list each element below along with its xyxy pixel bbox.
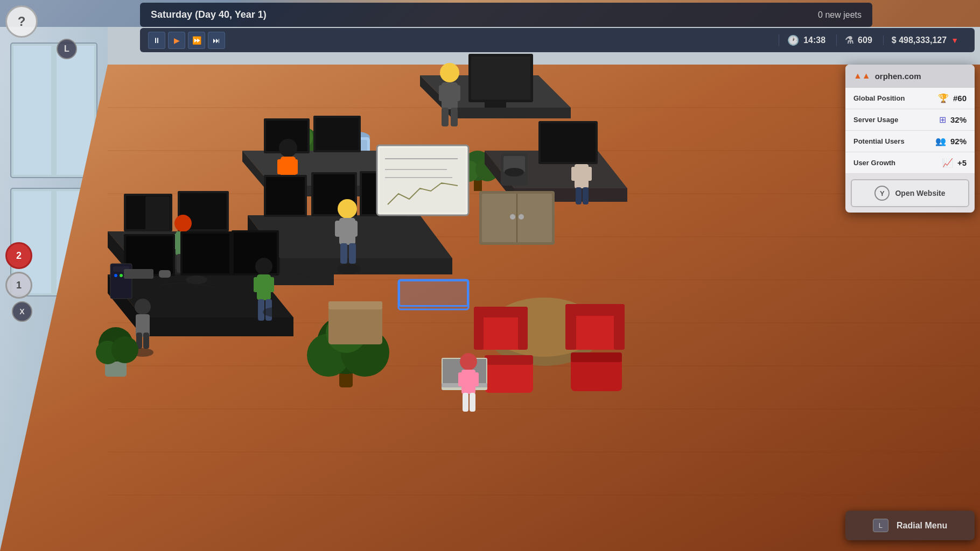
server-usage-row: Server Usage ⊞ 32% xyxy=(845,109,975,131)
svg-point-163 xyxy=(120,274,123,277)
fast-forward-icon: ⏩ xyxy=(192,36,201,45)
user-growth-row: User Growth 📈 +5 xyxy=(845,152,975,174)
help-icon: ? xyxy=(18,14,26,29)
pause-icon: ⏸ xyxy=(153,36,160,45)
svg-rect-80 xyxy=(266,177,305,215)
svg-rect-125 xyxy=(541,123,596,162)
date-text: Saturday (Day 40, Year 1) xyxy=(151,9,818,20)
skip-icon: ⏭ xyxy=(213,36,220,45)
svg-marker-21 xyxy=(452,108,571,118)
clock-icon: 🕐 xyxy=(787,34,799,46)
fast-forward-button[interactable]: ⏩ xyxy=(188,32,205,49)
svg-rect-139 xyxy=(518,307,528,350)
svg-rect-73 xyxy=(292,159,298,174)
svg-rect-122 xyxy=(576,187,582,204)
side-button-1[interactable]: 1 xyxy=(5,272,32,299)
stats-panel: ▲▲ orphen.com Global Position 🏆 #60 Serv… xyxy=(845,65,975,213)
selection-box xyxy=(398,280,468,307)
svg-rect-30 xyxy=(451,108,458,126)
money-value: $ 498,333,127 xyxy=(892,36,947,45)
side-btn-x-label: X xyxy=(19,307,24,316)
user-growth-value: +5 xyxy=(957,158,967,167)
site-name: orphen.com xyxy=(875,72,921,81)
svg-point-106 xyxy=(135,299,151,315)
svg-rect-87 xyxy=(335,221,341,237)
potential-users-value: 92% xyxy=(950,137,967,146)
user-growth-label: User Growth xyxy=(853,159,942,167)
svg-rect-27 xyxy=(439,85,445,101)
svg-rect-165 xyxy=(159,270,171,278)
side-btn-2-label: 2 xyxy=(16,250,22,262)
global-position-label: Global Position xyxy=(853,94,938,102)
play-button[interactable]: ▶ xyxy=(168,32,185,49)
svg-point-85 xyxy=(338,199,357,218)
side-button-x[interactable]: X xyxy=(12,301,32,322)
l-button[interactable]: L xyxy=(57,39,77,59)
money-stat: $ 498,333,127 ▼ xyxy=(883,36,967,45)
svg-rect-2 xyxy=(13,46,51,175)
svg-rect-156 xyxy=(470,393,475,412)
new-jeets-label: 0 new jeets xyxy=(818,10,862,20)
potential-users-row: Potential Users 👥 92% xyxy=(845,131,975,152)
radial-menu-button[interactable]: L Radial Menu xyxy=(845,511,975,540)
svg-rect-97 xyxy=(183,234,229,273)
svg-rect-56 xyxy=(145,196,170,231)
svg-rect-23 xyxy=(471,56,530,100)
y-button-indicator: Y xyxy=(874,186,890,201)
help-button[interactable]: ? xyxy=(5,5,38,38)
controls-bar: ⏸ ▶ ⏩ ⏭ 🕐 14:38 ⚗ 609 $ 498,333,127 ▼ xyxy=(140,28,975,52)
svg-point-117 xyxy=(519,214,524,220)
svg-rect-158 xyxy=(328,301,382,309)
svg-point-167 xyxy=(263,307,286,317)
y-label: Y xyxy=(880,189,885,197)
users-icon: 👥 xyxy=(935,136,946,146)
svg-point-57 xyxy=(174,215,192,232)
svg-point-162 xyxy=(114,274,117,277)
svg-rect-103 xyxy=(269,277,274,292)
svg-rect-143 xyxy=(614,304,625,350)
svg-point-100 xyxy=(255,258,272,275)
svg-rect-88 xyxy=(351,221,358,237)
svg-rect-120 xyxy=(571,167,577,181)
svg-rect-147 xyxy=(571,352,622,362)
svg-rect-164 xyxy=(124,269,153,279)
svg-rect-155 xyxy=(463,393,468,412)
svg-point-70 xyxy=(279,139,297,157)
potential-users-label: Potential Users xyxy=(853,137,935,145)
server-icon: ⊞ xyxy=(939,115,946,125)
svg-rect-130 xyxy=(380,148,466,213)
svg-rect-72 xyxy=(277,159,283,174)
svg-rect-153 xyxy=(458,372,464,386)
svg-rect-104 xyxy=(258,299,264,321)
svg-rect-123 xyxy=(583,187,589,204)
side-button-2[interactable]: 2 xyxy=(5,242,32,269)
population-stat: ⚗ 609 xyxy=(836,34,880,46)
stats-header: ▲▲ orphen.com xyxy=(845,65,975,88)
svg-rect-29 xyxy=(442,108,449,126)
global-position-value: #60 xyxy=(953,94,967,103)
svg-rect-69 xyxy=(316,118,359,150)
open-website-label: Open Website xyxy=(895,189,945,197)
svg-rect-109 xyxy=(143,333,149,349)
server-usage-label: Server Usage xyxy=(853,116,939,124)
pause-button[interactable]: ⏸ xyxy=(148,32,165,49)
date-bar: Saturday (Day 40, Year 1) 0 new jeets xyxy=(140,3,872,27)
top-hud: Saturday (Day 40, Year 1) 0 new jeets ⏸ … xyxy=(0,0,980,59)
time-stat: 🕐 14:38 xyxy=(779,34,834,46)
skip-button[interactable]: ⏭ xyxy=(208,32,225,49)
svg-rect-102 xyxy=(254,277,259,292)
time-value: 14:38 xyxy=(803,36,825,45)
svg-rect-89 xyxy=(340,243,347,264)
site-logo-icon: ▲▲ xyxy=(853,71,871,81)
play-icon: ▶ xyxy=(174,36,180,45)
population-value: 609 xyxy=(858,36,872,45)
svg-point-173 xyxy=(111,336,138,363)
svg-rect-138 xyxy=(474,307,484,350)
open-website-button[interactable]: Y Open Website xyxy=(851,179,969,207)
svg-rect-142 xyxy=(565,304,576,350)
svg-rect-145 xyxy=(485,355,533,365)
svg-marker-78 xyxy=(280,258,452,274)
svg-rect-121 xyxy=(586,167,592,181)
radial-l-indicator: L xyxy=(873,519,888,532)
trophy-icon: 🏆 xyxy=(938,93,949,103)
